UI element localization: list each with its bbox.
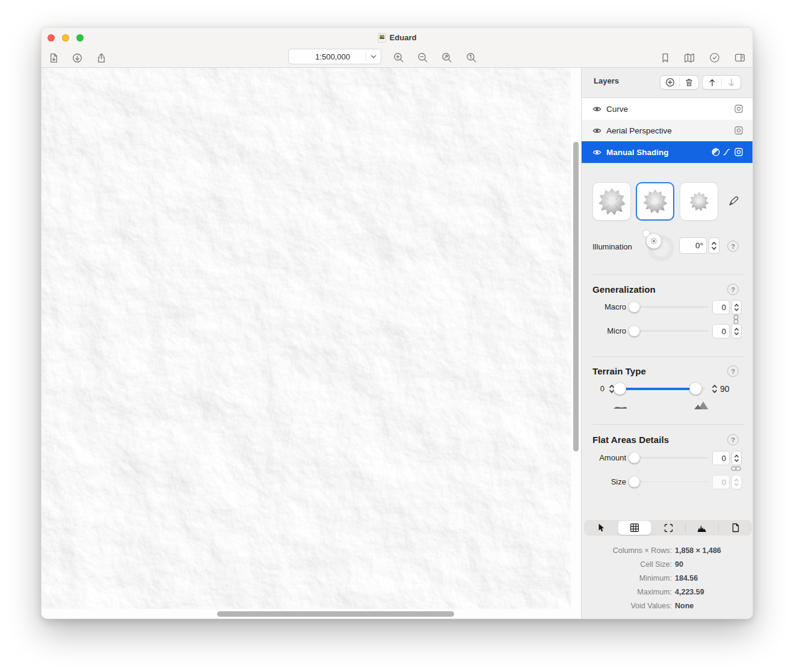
size-value-field[interactable] bbox=[712, 475, 730, 489]
download-button[interactable] bbox=[68, 49, 86, 66]
zoom-in-button[interactable] bbox=[390, 49, 408, 66]
window-chrome: Eduard 1:500,000 bbox=[42, 28, 752, 68]
macro-slider-track[interactable] bbox=[630, 306, 708, 308]
link-macro-micro-icon[interactable] bbox=[731, 314, 740, 325]
visibility-eye-icon[interactable] bbox=[592, 149, 602, 156]
curve-s-icon[interactable] bbox=[723, 148, 730, 156]
terrain-max-knob[interactable] bbox=[689, 382, 702, 395]
terrain-max-value: 90 bbox=[720, 384, 730, 394]
info-value: 90 bbox=[672, 560, 683, 571]
terrain-min-value: 0 bbox=[590, 384, 605, 393]
badge-check-button[interactable] bbox=[706, 49, 724, 66]
layer-row-curve[interactable]: Curve bbox=[582, 98, 753, 120]
terrain-min-knob[interactable] bbox=[614, 382, 626, 395]
info-value: 4,223.59 bbox=[672, 588, 704, 599]
micro-stepper[interactable] bbox=[731, 324, 742, 338]
sidebar-toggle-button[interactable] bbox=[731, 49, 749, 66]
tab-selection[interactable] bbox=[652, 520, 685, 536]
macro-slider-knob[interactable] bbox=[629, 301, 640, 313]
link-amount-size-icon[interactable] bbox=[731, 464, 741, 473]
info-label: Maximum: bbox=[582, 588, 672, 599]
layer-mask-icon[interactable] bbox=[734, 147, 743, 157]
bookmark-button[interactable] bbox=[656, 49, 674, 66]
document-proxy-icon[interactable] bbox=[378, 33, 386, 43]
terrain-type-title: Terrain Type bbox=[592, 366, 646, 376]
dial-sun-knob[interactable] bbox=[646, 233, 662, 249]
layer-row-aerial-perspective[interactable]: Aerial Perspective bbox=[582, 120, 753, 141]
tab-select-tool[interactable] bbox=[584, 520, 617, 536]
generalization-help-button[interactable]: ? bbox=[727, 284, 739, 295]
tab-grid-info[interactable] bbox=[618, 521, 652, 535]
amount-slider-track[interactable] bbox=[630, 457, 708, 459]
size-stepper[interactable] bbox=[731, 475, 742, 489]
layer-reorder-group bbox=[702, 75, 741, 90]
info-row-void-values: Void Values: None bbox=[582, 602, 753, 612]
info-label: Cell Size: bbox=[582, 560, 672, 571]
chevron-down-icon bbox=[366, 55, 381, 59]
size-slider-track[interactable] bbox=[630, 481, 708, 483]
layer-row-manual-shading[interactable]: Manual Shading bbox=[582, 141, 753, 163]
micro-value-field[interactable] bbox=[712, 324, 730, 338]
move-layer-up-button[interactable] bbox=[703, 76, 721, 89]
zoom-to-selection-button[interactable] bbox=[438, 49, 456, 66]
amount-stepper[interactable] bbox=[731, 451, 742, 465]
vertical-scrollbar[interactable] bbox=[573, 142, 579, 451]
size-slider-knob[interactable] bbox=[629, 476, 640, 487]
micro-slider-track[interactable] bbox=[630, 330, 708, 332]
layers-panel-title: Layers bbox=[594, 76, 619, 85]
info-value: None bbox=[672, 602, 694, 612]
zoom-out-button[interactable] bbox=[414, 49, 432, 66]
section-divider bbox=[592, 424, 744, 425]
share-button[interactable] bbox=[92, 49, 110, 66]
micro-slider-knob[interactable] bbox=[629, 325, 640, 337]
macro-stepper[interactable] bbox=[731, 300, 742, 314]
shading-style-thumbnail-2[interactable] bbox=[636, 182, 674, 221]
visibility-eye-icon[interactable] bbox=[592, 106, 602, 112]
map-canvas[interactable] bbox=[42, 68, 571, 609]
info-label: Columns × Rows: bbox=[582, 546, 672, 557]
window-title: Eduard bbox=[390, 33, 417, 42]
flat-areas-help-button[interactable]: ? bbox=[727, 434, 739, 445]
tab-histogram[interactable] bbox=[686, 520, 719, 536]
flat-terrain-icon bbox=[613, 405, 627, 409]
map-button[interactable] bbox=[680, 49, 698, 66]
tone-half-circle-icon[interactable] bbox=[711, 147, 721, 157]
tab-file-info[interactable] bbox=[719, 520, 752, 536]
illumination-stepper[interactable] bbox=[709, 237, 719, 254]
layer-mask-icon[interactable] bbox=[734, 126, 743, 135]
terrain-range-fill bbox=[620, 388, 696, 390]
size-label: Size bbox=[582, 477, 626, 486]
layer-name: Manual Shading bbox=[606, 148, 669, 157]
micro-label: Micro bbox=[582, 326, 626, 335]
illumination-help-button[interactable]: ? bbox=[727, 240, 739, 252]
section-divider bbox=[592, 274, 744, 275]
scale-value: 1:500,000 bbox=[289, 52, 366, 61]
edit-pen-icon[interactable] bbox=[728, 195, 739, 207]
layer-mask-icon[interactable] bbox=[734, 104, 743, 114]
terrain-max-stepper[interactable] bbox=[709, 382, 719, 396]
info-row-columns-rows: Columns × Rows: 1,858 × 1,486 bbox=[582, 546, 753, 557]
amount-label: Amount bbox=[582, 453, 626, 462]
scale-dropdown[interactable]: 1:500,000 bbox=[288, 49, 381, 64]
amount-slider-knob[interactable] bbox=[629, 452, 640, 463]
shading-style-thumbnail-3[interactable] bbox=[680, 182, 718, 221]
add-layer-button[interactable] bbox=[660, 76, 679, 89]
illumination-label: Illumination bbox=[592, 242, 632, 251]
macro-value-field[interactable] bbox=[712, 300, 730, 314]
info-row-cell-size: Cell Size: 90 bbox=[582, 560, 753, 571]
delete-layer-button[interactable] bbox=[680, 76, 698, 89]
shading-style-thumbnail-1[interactable] bbox=[592, 182, 631, 221]
horizontal-scrollbar[interactable] bbox=[217, 611, 454, 617]
illumination-angle-field[interactable] bbox=[679, 237, 707, 254]
import-document-button[interactable] bbox=[45, 49, 63, 66]
info-label: Minimum: bbox=[582, 574, 672, 585]
info-row-maximum: Maximum: 4,223.59 bbox=[582, 588, 753, 599]
zoom-actual-size-button[interactable] bbox=[463, 49, 481, 66]
visibility-eye-icon[interactable] bbox=[592, 127, 602, 134]
flat-areas-title: Flat Areas Details bbox=[592, 435, 669, 445]
layer-name: Aerial Perspective bbox=[606, 126, 672, 135]
desktop: Eduard 1:500,000 bbox=[0, 0, 794, 672]
move-layer-down-button[interactable] bbox=[722, 76, 740, 89]
amount-value-field[interactable] bbox=[712, 451, 730, 465]
terrain-type-help-button[interactable]: ? bbox=[727, 365, 739, 377]
